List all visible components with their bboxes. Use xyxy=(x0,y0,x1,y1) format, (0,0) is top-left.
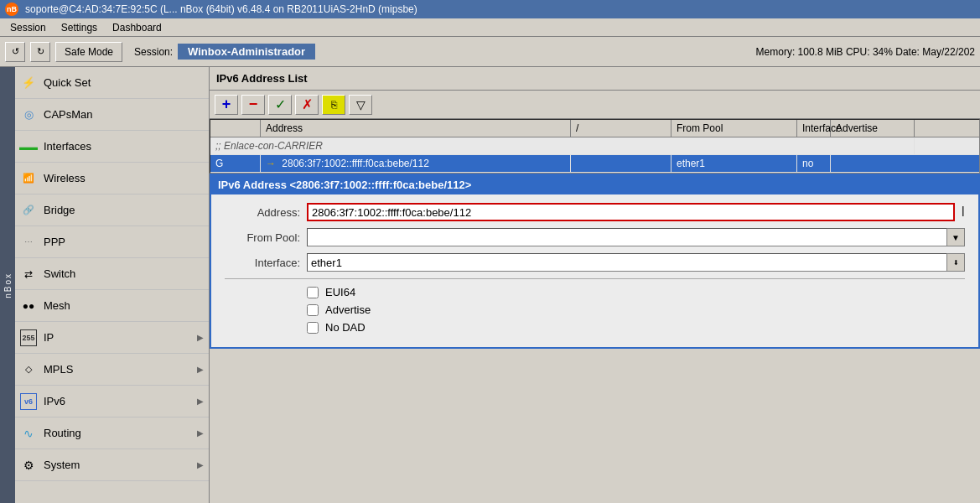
address-row: Address: I xyxy=(225,203,965,221)
mpls-icon: ◇ xyxy=(20,361,37,378)
row-dot-icon: → xyxy=(266,158,276,169)
cross-button[interactable]: ✗ xyxy=(295,95,319,115)
divider xyxy=(225,278,965,279)
detail-panel: IPv6 Address <2806:3f7:1002::ffff:f0ca:b… xyxy=(210,174,980,349)
sidebar-item-system[interactable]: ⚙ System ▶ xyxy=(15,449,209,481)
sidebar-label-ppp: PPP xyxy=(44,236,204,248)
text-cursor-icon: I xyxy=(962,205,965,220)
sidebar-label-system: System xyxy=(44,459,190,471)
ipv6-icon: v6 xyxy=(20,393,37,410)
address-table: Address / From Pool Interface Advertise … xyxy=(210,119,980,174)
sidebar-item-switch[interactable]: ⇄ Switch xyxy=(15,258,209,290)
interface-label: Interface: xyxy=(225,257,300,269)
quickset-icon: ⚡ xyxy=(20,75,37,91)
interface-input[interactable] xyxy=(307,253,965,272)
routing-arrow-icon: ▶ xyxy=(197,428,204,438)
from-pool-input[interactable] xyxy=(307,228,965,246)
sidebar-label-quickset: Quick Set xyxy=(44,76,204,89)
sidebar-item-interfaces[interactable]: ▬▬ Interfaces xyxy=(15,131,209,163)
sidebar-item-mpls[interactable]: ◇ MPLS ▶ xyxy=(15,354,209,386)
menu-dashboard[interactable]: Dashboard xyxy=(106,21,169,34)
eui64-checkbox[interactable] xyxy=(307,287,319,298)
col-advertise: Advertise xyxy=(831,120,915,137)
sidebar-item-bridge[interactable]: 🔗 Bridge xyxy=(15,194,209,226)
panel-title: IPv6 Address List xyxy=(216,72,308,85)
col-flag xyxy=(210,120,261,137)
check-button[interactable]: ✓ xyxy=(268,95,292,115)
paste-button[interactable]: ⎘ xyxy=(322,95,345,115)
system-arrow-icon: ▶ xyxy=(197,460,204,469)
ipv6-arrow-icon: ▶ xyxy=(197,397,204,406)
advertise-checkbox[interactable] xyxy=(307,304,319,316)
row-advertise: no xyxy=(797,155,831,172)
from-pool-wrapper: ▼ xyxy=(307,228,965,246)
sidebar-item-wireless[interactable]: 📶 Wireless xyxy=(15,163,209,194)
detail-body: Address: I From Pool: ▼ Interface: xyxy=(211,194,978,347)
menu-settings[interactable]: Settings xyxy=(54,21,104,34)
add-button[interactable]: + xyxy=(215,95,238,115)
session-value: Winbox-Administrador xyxy=(178,44,315,60)
sidebar-item-ipv6[interactable]: v6 IPv6 ▶ xyxy=(15,386,209,417)
interface-row: Interface: ⬇ xyxy=(225,253,965,272)
app-icon: nB xyxy=(5,3,18,16)
nodad-label: No DAD xyxy=(325,321,366,334)
undo-button[interactable]: ↺ xyxy=(5,42,25,62)
main-layout: nBox ⚡ Quick Set ◎ CAPsMan ▬▬ Interfaces… xyxy=(0,67,980,503)
mpls-arrow-icon: ▶ xyxy=(197,365,204,374)
detail-header: IPv6 Address <2806:3f7:1002::ffff:f0ca:b… xyxy=(211,175,978,194)
mesh-icon: ●● xyxy=(20,298,37,314)
interface-wrapper: ⬇ xyxy=(307,253,965,272)
nodad-row: No DAD xyxy=(225,321,965,334)
redo-button[interactable]: ↻ xyxy=(30,42,50,62)
advertise-label: Advertise xyxy=(325,303,371,316)
sidebar-items: ⚡ Quick Set ◎ CAPsMan ▬▬ Interfaces 📶 Wi… xyxy=(15,67,209,481)
system-icon: ⚙ xyxy=(20,457,37,474)
sidebar-label-bridge: Bridge xyxy=(44,204,204,216)
filter-button[interactable]: ▽ xyxy=(349,95,372,115)
from-pool-label: From Pool: xyxy=(225,231,300,244)
row-interface: ether1 xyxy=(671,155,797,172)
sidebar-label-wireless: Wireless xyxy=(44,172,204,184)
sidebar-label-interfaces: Interfaces xyxy=(44,140,204,153)
row-flag: G xyxy=(210,155,261,172)
col-interface: Interface xyxy=(797,120,831,137)
address-label: Address: xyxy=(225,206,300,219)
row-address: → 2806:3f7:1002::ffff:f0ca:bebe/112 xyxy=(261,155,571,172)
ppp-icon: ⋯ xyxy=(20,234,37,251)
sidebar-item-ppp[interactable]: ⋯ PPP xyxy=(15,226,209,258)
panel-header: IPv6 Address List xyxy=(210,67,980,91)
panel-toolbar: + − ✓ ✗ ⎘ ▽ xyxy=(210,91,980,119)
table-row[interactable]: G → 2806:3f7:1002::ffff:f0ca:bebe/112 et… xyxy=(210,155,979,173)
bridge-icon: 🔗 xyxy=(20,202,37,219)
sidebar-item-routing[interactable]: ∿ Routing ▶ xyxy=(15,417,209,449)
interface-dropdown-arrow[interactable]: ⬇ xyxy=(946,253,965,272)
menu-session[interactable]: Session xyxy=(3,21,53,34)
row-from-pool xyxy=(571,155,671,172)
content-area: IPv6 Address List + − ✓ ✗ ⎘ ▽ Address / … xyxy=(210,67,980,503)
sidebar-item-ip[interactable]: 255 IP ▶ xyxy=(15,322,209,354)
sidebar-item-quickset[interactable]: ⚡ Quick Set xyxy=(15,67,209,99)
from-pool-dropdown-arrow[interactable]: ▼ xyxy=(946,228,965,246)
sidebar-label-ip: IP xyxy=(44,331,190,344)
col-address: Address xyxy=(261,120,571,137)
remove-button[interactable]: − xyxy=(241,95,265,115)
col-slash1: / xyxy=(571,120,671,137)
address-input[interactable] xyxy=(307,203,955,221)
nodad-checkbox[interactable] xyxy=(307,322,319,334)
safe-mode-button[interactable]: Safe Mode xyxy=(55,42,122,62)
row-address-text: 2806:3f7:1002::ffff:f0ca:bebe/112 xyxy=(282,158,429,169)
sidebar-item-capsman[interactable]: ◎ CAPsMan xyxy=(15,99,209,131)
toolbar: ↺ ↻ Safe Mode Session: Winbox-Administra… xyxy=(0,37,980,67)
detail-title: IPv6 Address <2806:3f7:1002::ffff:f0ca:b… xyxy=(218,179,471,191)
sidebar-item-mesh[interactable]: ●● Mesh xyxy=(15,290,209,322)
table-comment-row[interactable]: ;; Enlace-con-CARRIER xyxy=(210,137,979,155)
wireless-icon: 📶 xyxy=(20,170,37,187)
sidebar-label-switch: Switch xyxy=(44,267,204,280)
capsman-icon: ◎ xyxy=(20,106,37,123)
col-from-pool: From Pool xyxy=(671,120,797,137)
advertise-row: Advertise xyxy=(225,303,965,316)
eui64-label: EUI64 xyxy=(325,286,355,298)
switch-icon: ⇄ xyxy=(20,266,37,283)
from-pool-row: From Pool: ▼ xyxy=(225,228,965,246)
sidebar-label-mpls: MPLS xyxy=(44,363,190,376)
